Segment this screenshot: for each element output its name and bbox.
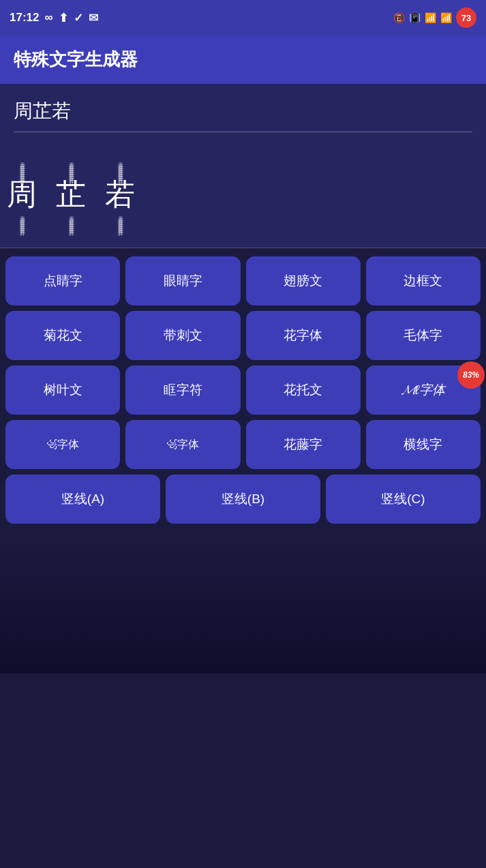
main-content: 弄弄弄弄弄弄弄弄弄 周 弄弄弄弄弄弄弄弄 弄弄弄弄弄弄弄弄弄 芷 弄弄弄弄弄弄弄…: [0, 84, 486, 674]
phone-icon: 📵: [393, 12, 405, 23]
preview-char-1: 弄弄弄弄弄弄弄弄弄 芷 弄弄弄弄弄弄弄弄: [56, 158, 86, 228]
mail-icon: ✉: [89, 11, 98, 25]
btn-ziti-a[interactable]: ꧁字体: [5, 420, 120, 469]
char-0: 周: [7, 178, 37, 211]
input-divider: [14, 132, 472, 132]
btn-bian-kuang[interactable]: 边框文: [366, 256, 481, 305]
deco-bottom-0: 弄弄弄弄弄弄弄弄: [19, 212, 25, 228]
deco-bottom-1: 弄弄弄弄弄弄弄弄: [68, 212, 74, 228]
btn-ml-ziti[interactable]: 𝓜ℓ字体83%: [366, 365, 481, 415]
btn-chi-bang[interactable]: 翅膀文: [246, 256, 361, 305]
btn-dian-jing[interactable]: 点睛字: [5, 256, 120, 305]
deco-top-0: 弄弄弄弄弄弄弄弄弄: [19, 158, 25, 177]
btn-heng-xian[interactable]: 横线字: [366, 420, 481, 469]
status-right: 📵 📳 📶 📶 73: [393, 8, 476, 28]
btn-hua-teng[interactable]: 花藤字: [246, 420, 361, 469]
char-2: 若: [105, 178, 135, 211]
btn-row-2: 菊花文 带刺文 花字体 毛体字: [5, 311, 481, 360]
input-area: [0, 84, 486, 139]
signal-icon: 📶: [440, 12, 452, 23]
btn-shu-ye[interactable]: 树叶文: [5, 365, 120, 415]
buttons-section: 点睛字 眼睛字 翅膀文 边框文 菊花文 带刺文 花字体 毛体字 树叶文 眶字符 …: [0, 248, 486, 537]
deco-top-1: 弄弄弄弄弄弄弄弄弄: [68, 158, 74, 177]
btn-ju-hua[interactable]: 菊花文: [5, 311, 120, 360]
btn-shu-xian-a[interactable]: 竖线(A): [5, 475, 160, 524]
btn-hua-tuo[interactable]: 花托文: [246, 365, 361, 415]
btn-row-3: 树叶文 眶字符 花托文 𝓜ℓ字体83%: [5, 365, 481, 415]
preview-decoration: 弄弄弄弄弄弄弄弄弄 周 弄弄弄弄弄弄弄弄 弄弄弄弄弄弄弄弄弄 芷 弄弄弄弄弄弄弄…: [0, 139, 486, 248]
btn-yan-jing[interactable]: 眼睛字: [125, 256, 240, 305]
preview-area: 弄弄弄弄弄弄弄弄弄 周 弄弄弄弄弄弄弄弄 弄弄弄弄弄弄弄弄弄 芷 弄弄弄弄弄弄弄…: [0, 139, 486, 248]
upload-icon: ⬆: [59, 11, 68, 25]
preview-char-0: 弄弄弄弄弄弄弄弄弄 周 弄弄弄弄弄弄弄弄: [7, 158, 37, 228]
preview-char-2: 弄弄弄弄弄弄弄弄弄 若 弄弄弄弄弄弄弄弄: [105, 158, 135, 228]
btn-kuang-zi[interactable]: 眶字符: [125, 365, 240, 415]
bottom-area: [0, 537, 486, 674]
check-icon: ✓: [74, 11, 83, 25]
text-input[interactable]: [14, 98, 472, 125]
btn-row-5: 竖线(A) 竖线(B) 竖线(C): [5, 475, 481, 524]
time: 17:12: [10, 11, 39, 25]
btn-dai-ci[interactable]: 带刺文: [125, 311, 240, 360]
badge-83: 83%: [457, 361, 485, 389]
btn-row-1: 点睛字 眼睛字 翅膀文 边框文: [5, 256, 481, 305]
btn-mao-ti[interactable]: 毛体字: [366, 311, 481, 360]
deco-bottom-2: 弄弄弄弄弄弄弄弄: [117, 212, 123, 228]
status-left: 17:12 ∞ ⬆ ✓ ✉: [10, 11, 98, 25]
btn-shu-xian-c[interactable]: 竖线(C): [326, 475, 481, 524]
battery-badge: 73: [456, 8, 476, 28]
app-header: 特殊文字生成器: [0, 35, 486, 84]
ziti-a-label: ꧁字体: [46, 438, 79, 452]
ziti-b-label: ꧁字体: [166, 438, 199, 452]
char-1: 芷: [56, 178, 86, 211]
status-bar: 17:12 ∞ ⬆ ✓ ✉ 📵 📳 📶 📶 73: [0, 0, 486, 35]
btn-row-4: ꧁字体 ꧁字体 花藤字 横线字: [5, 420, 481, 469]
app-title: 特殊文字生成器: [14, 49, 138, 70]
btn-shu-xian-b[interactable]: 竖线(B): [166, 475, 320, 524]
wifi-icon: 📶: [425, 12, 436, 23]
deco-top-2: 弄弄弄弄弄弄弄弄弄: [117, 158, 123, 177]
btn-hua-zi-ti[interactable]: 花字体: [246, 311, 361, 360]
btn-ziti-b[interactable]: ꧁字体: [125, 420, 240, 469]
vibrate-icon: 📳: [409, 12, 421, 23]
infinity-icon: ∞: [44, 11, 52, 25]
